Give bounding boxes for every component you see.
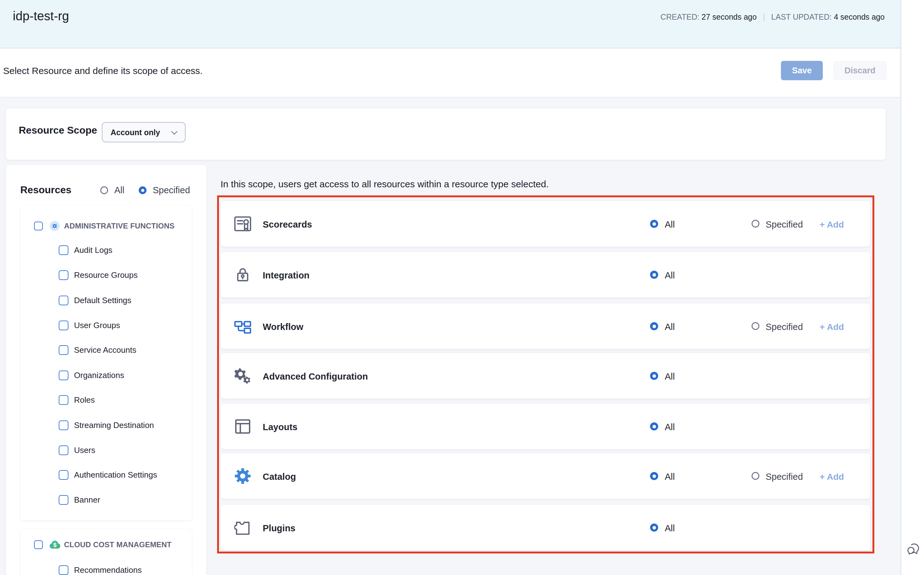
svg-text:$: $ <box>53 542 57 548</box>
